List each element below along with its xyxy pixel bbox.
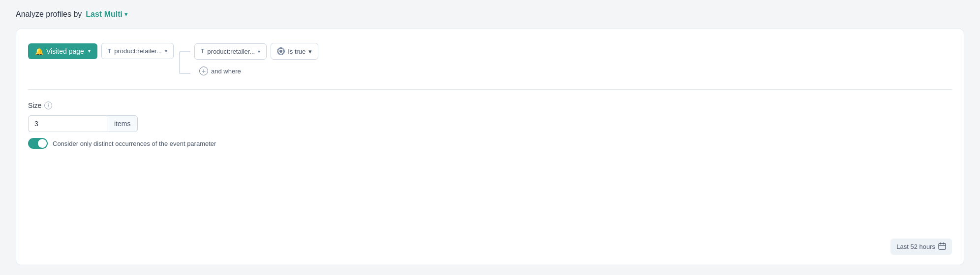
filter-left: 🔔 Visited page ▾ T product:retailer... ▾ (28, 43, 174, 59)
property1-label: product:retailer... (114, 47, 162, 55)
size-label-row: Size i (28, 102, 952, 109)
size-section: Size i items Consider only distinct occu… (28, 102, 952, 149)
property2-label: product:retailer... (207, 48, 255, 55)
analyze-label: Analyze profiles by (16, 10, 82, 19)
calendar-icon (938, 242, 946, 251)
property1-dropdown[interactable]: T product:retailer... ▾ (101, 43, 174, 59)
bracket-connector-svg (178, 43, 190, 77)
property2-dropdown[interactable]: T product:retailer... ▾ (194, 43, 267, 60)
last-multi-chevron: ▾ (124, 11, 127, 18)
type1-icon: T (108, 48, 111, 55)
size-unit-label: items (107, 115, 138, 132)
and-where-label: and where (211, 68, 241, 75)
distinct-toggle[interactable] (28, 138, 48, 149)
distinct-toggle-label: Consider only distinct occurrences of th… (53, 140, 216, 147)
filter-group: 🔔 Visited page ▾ T product:retailer... ▾ (28, 43, 952, 77)
size-info-icon: i (44, 102, 52, 109)
main-card: 🔔 Visited page ▾ T product:retailer... ▾ (16, 29, 964, 265)
toggle-row: Consider only distinct occurrences of th… (28, 138, 952, 149)
visited-page-button[interactable]: 🔔 Visited page ▾ (28, 43, 97, 59)
property2-chevron: ▾ (258, 49, 260, 54)
type2-icon: T (201, 48, 204, 55)
section-divider (28, 89, 952, 90)
is-true-chevron: ▾ (308, 48, 312, 55)
visited-page-label: Visited page (46, 47, 84, 55)
last-multi-dropdown[interactable]: Last Multi ▾ (86, 10, 127, 19)
filter-top-row: T product:retailer... ▾ Is true ▾ (194, 43, 318, 60)
property1-chevron: ▾ (165, 48, 167, 54)
header-row: Analyze profiles by Last Multi ▾ (16, 10, 964, 19)
filter-section: T product:retailer... ▾ Is true ▾ (194, 43, 318, 77)
visited-page-chevron: ▾ (88, 48, 91, 54)
svg-rect-5 (939, 243, 946, 249)
and-where-button[interactable]: + and where (196, 65, 244, 77)
plus-circle-icon: + (199, 67, 208, 75)
is-true-dropdown[interactable]: Is true ▾ (271, 43, 318, 60)
last-hours-label: Last 52 hours (896, 243, 935, 250)
last-multi-label: Last Multi (86, 10, 122, 19)
svg-point-4 (279, 50, 282, 53)
bell-icon: 🔔 (35, 47, 43, 55)
and-where-row: + and where (196, 65, 318, 77)
last-hours-button[interactable]: Last 52 hours (890, 239, 952, 255)
bottom-right: Last 52 hours (890, 239, 952, 255)
size-label: Size (28, 102, 41, 109)
circle-icon (277, 47, 285, 55)
size-input[interactable] (28, 115, 107, 132)
size-input-row: items (28, 115, 952, 132)
is-true-label: Is true (288, 48, 306, 55)
